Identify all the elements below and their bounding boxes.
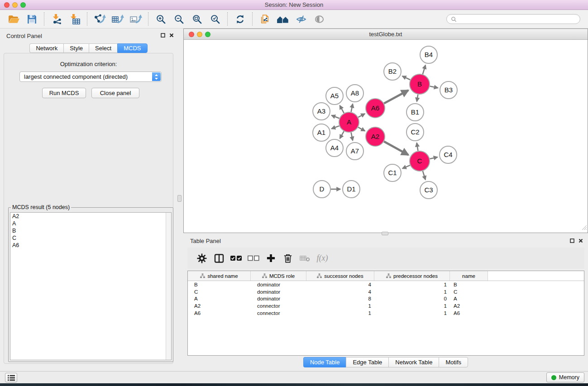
deselect-all-button[interactable] <box>245 250 262 267</box>
tab-edge-table[interactable]: Edge Table <box>346 357 388 367</box>
graph-node-A7[interactable]: A7 <box>346 143 363 160</box>
table-row[interactable]: A6connector11A6 <box>188 310 584 317</box>
graph-edge-A-A2[interactable] <box>358 127 365 131</box>
table-close-panel-icon[interactable] <box>578 238 584 244</box>
panel-splitter-vertical[interactable] <box>177 29 183 371</box>
graph-node-C1[interactable]: C1 <box>384 164 401 181</box>
new-network-from-selection-button[interactable] <box>256 11 274 27</box>
network-canvas[interactable]: AA1A2A3A4A5A6A7A8BB1B2B3B4CC1C2C3C4DD1 <box>184 40 588 233</box>
save-session-button[interactable] <box>23 11 41 27</box>
import-network-button[interactable] <box>48 11 66 27</box>
float-panel-icon[interactable] <box>160 32 166 38</box>
graph-node-C[interactable]: C <box>410 151 430 171</box>
tab-network-table[interactable]: Network Table <box>388 357 439 367</box>
zoom-out-button[interactable] <box>170 11 188 27</box>
memory-button[interactable]: Memory <box>546 372 584 382</box>
export-image-button[interactable] <box>127 11 145 27</box>
graph-node-B3[interactable]: B3 <box>440 81 457 99</box>
graph-edge-B-B1[interactable] <box>417 95 418 102</box>
splitter-grip[interactable] <box>177 195 182 202</box>
export-table-button[interactable] <box>109 11 127 27</box>
mcds-result-item[interactable]: B <box>10 227 171 234</box>
graph-edge-A-A4[interactable] <box>340 131 344 138</box>
graph-edge-A-A3[interactable] <box>331 115 339 119</box>
tab-node-table[interactable]: Node Table <box>303 357 346 367</box>
mcds-result-item[interactable]: A <box>10 220 171 227</box>
column-header-name[interactable]: name <box>450 271 488 281</box>
graph-node-B2[interactable]: B2 <box>384 63 401 80</box>
graph-node-C3[interactable]: C3 <box>420 181 437 199</box>
graph-node-B1[interactable]: B1 <box>406 104 424 121</box>
window-resize-grip[interactable] <box>581 224 587 232</box>
graph-node-B4[interactable]: B4 <box>420 46 437 63</box>
graph-node-A3[interactable]: A3 <box>313 103 330 120</box>
graph-node-D[interactable]: D <box>313 181 330 198</box>
delete-row-button[interactable] <box>279 250 296 267</box>
zoom-fit-button[interactable] <box>188 11 206 27</box>
graph-node-C4[interactable]: C4 <box>440 146 457 163</box>
gear-button[interactable] <box>193 250 210 267</box>
table-row[interactable]: Bdominator41B <box>188 281 584 288</box>
minimize-traffic-light[interactable] <box>12 2 18 8</box>
result-list-scrollbar[interactable] <box>166 213 171 360</box>
close-traffic-light[interactable] <box>4 2 10 8</box>
graph-edge-A-A1[interactable] <box>332 126 339 129</box>
column-header-predecessor-nodes[interactable]: predecessor nodes <box>374 271 450 281</box>
tab-select[interactable]: Select <box>89 43 117 53</box>
net-close-traffic-light[interactable] <box>189 32 194 37</box>
search-box[interactable] <box>446 14 580 24</box>
select-all-button[interactable] <box>228 250 245 267</box>
graph-edge-B-B2[interactable] <box>402 76 410 80</box>
table-float-panel-icon[interactable] <box>569 238 575 244</box>
graph-edge-A6-B[interactable] <box>384 91 408 104</box>
graph-edge-A-A6[interactable] <box>358 114 365 117</box>
mcds-result-item[interactable]: A2 <box>10 213 171 220</box>
splitter-grip-horizontal[interactable] <box>382 232 388 235</box>
mcds-result-item[interactable]: C <box>10 234 171 242</box>
tab-network[interactable]: Network <box>29 43 63 53</box>
search-input[interactable] <box>459 16 576 22</box>
graph-edge-A-A5[interactable] <box>340 105 344 113</box>
graph-node-A2[interactable]: A2 <box>366 127 385 146</box>
table-row[interactable]: Cdominator41C <box>188 288 584 295</box>
graph-node-C2[interactable]: C2 <box>406 124 424 141</box>
tab-motifs[interactable]: Motifs <box>439 357 468 367</box>
optimization-criterion-select[interactable]: largest connected component (directed) <box>19 71 162 82</box>
graph-node-A6[interactable]: A6 <box>366 99 385 118</box>
graph-node-A[interactable]: A <box>339 112 359 132</box>
net-minimize-traffic-light[interactable] <box>197 32 202 37</box>
add-row-button[interactable] <box>262 250 279 267</box>
zoom-in-button[interactable] <box>152 11 170 27</box>
run-mcds-button[interactable]: Run MCDS <box>42 88 86 98</box>
column-header-shared-name[interactable]: shared name <box>188 271 251 281</box>
open-session-button[interactable] <box>5 11 23 27</box>
graph-edge-A2-C[interactable] <box>384 142 408 155</box>
graph-edge-B-B4[interactable] <box>423 65 425 74</box>
graph-node-D1[interactable]: D1 <box>343 181 360 198</box>
graph-node-B[interactable]: B <box>410 74 430 94</box>
graph-edge-A-A7[interactable] <box>351 133 353 141</box>
tab-mcds[interactable]: MCDS <box>117 43 147 53</box>
graph-edge-C-C1[interactable] <box>402 165 410 168</box>
column-header-mcds-role[interactable]: MCDS role <box>251 271 306 281</box>
graph-edge-C-C3[interactable] <box>423 171 425 180</box>
tab-style[interactable]: Style <box>63 43 89 53</box>
graph-edge-B-B3[interactable] <box>430 86 438 88</box>
graph-edge-C-C4[interactable] <box>430 157 437 159</box>
graph-node-A4[interactable]: A4 <box>326 139 343 157</box>
task-history-button[interactable] <box>5 373 17 382</box>
apply-layout-button[interactable] <box>231 11 249 27</box>
columns-button[interactable] <box>210 250 228 267</box>
zoom-selected-button[interactable] <box>206 11 224 27</box>
graph-node-A5[interactable]: A5 <box>326 87 343 105</box>
import-table-button[interactable] <box>66 11 84 27</box>
column-header-successor-nodes[interactable]: successor nodes <box>306 271 374 281</box>
first-neighbors-button[interactable] <box>274 11 292 27</box>
graph-edge-C-C2[interactable] <box>417 143 418 151</box>
export-network-button[interactable] <box>91 11 109 27</box>
close-panel-button[interactable]: Close panel <box>91 88 139 98</box>
graph-node-A1[interactable]: A1 <box>313 124 330 141</box>
graph-edge-A-A8[interactable] <box>351 104 353 112</box>
zoom-traffic-light[interactable] <box>20 2 26 8</box>
table-row[interactable]: A2connector11A2 <box>188 302 584 310</box>
